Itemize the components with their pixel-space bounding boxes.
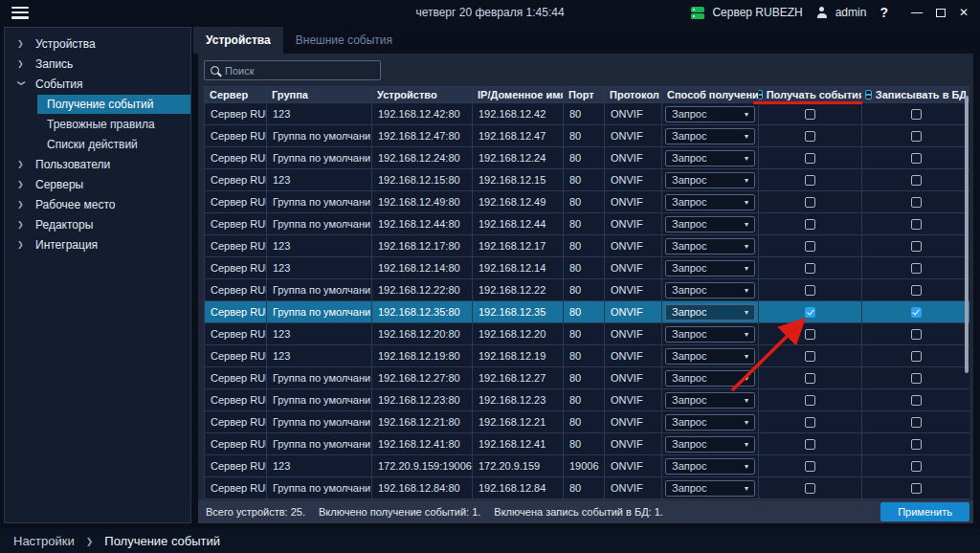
menu-icon[interactable] <box>11 7 29 19</box>
record-db-checkbox[interactable] <box>911 285 922 296</box>
sidebar-item-editors[interactable]: ❯ Редакторы <box>5 214 190 234</box>
sidebar-item-workplace[interactable]: ❯ Рабочее место <box>5 194 190 214</box>
record-db-checkbox[interactable] <box>911 483 922 494</box>
minimize-icon[interactable]: — <box>911 7 923 18</box>
sidebar-item-integration[interactable]: ❯ Интеграция <box>5 234 190 254</box>
receive-events-checkbox[interactable] <box>805 307 815 318</box>
record-db-checkbox[interactable] <box>911 241 922 252</box>
record-db-checkbox[interactable] <box>911 417 922 428</box>
method-dropdown[interactable]: Запрос ▾ <box>665 238 755 254</box>
record-db-checkbox[interactable] <box>911 197 922 208</box>
method-dropdown[interactable]: Запрос ▾ <box>665 480 755 497</box>
col-header-port[interactable]: Порт <box>564 87 605 103</box>
method-dropdown[interactable]: Запрос ▾ <box>665 260 755 276</box>
record-db-checkbox[interactable] <box>911 329 922 340</box>
close-icon[interactable]: ✕ <box>959 7 969 18</box>
receive-events-checkbox[interactable] <box>805 109 815 120</box>
table-row[interactable]: Сервер RUB… 123 192.168.12.14:80 192.168… <box>205 257 970 279</box>
table-row[interactable]: Сервер RUB… 123 192.168.12.20:80 192.168… <box>205 323 970 345</box>
col-header-device[interactable]: Устройство <box>372 87 473 103</box>
record-db-checkbox[interactable] <box>911 131 922 142</box>
receive-events-checkbox[interactable] <box>805 395 815 406</box>
tab-devices[interactable]: Устройства <box>193 27 283 54</box>
receive-events-checkbox[interactable] <box>805 263 815 274</box>
record-db-checkbox[interactable] <box>911 461 922 472</box>
method-dropdown[interactable]: Запрос ▾ <box>665 216 755 232</box>
select-all-receive-checkbox[interactable] <box>759 90 763 100</box>
record-db-checkbox[interactable] <box>911 263 922 274</box>
col-header-server[interactable]: Сервер <box>205 87 267 103</box>
search-input[interactable] <box>225 65 374 77</box>
col-header-method[interactable]: Способ получения <box>662 87 759 103</box>
record-db-checkbox[interactable] <box>911 351 922 362</box>
method-dropdown[interactable]: Запрос ▾ <box>665 194 755 210</box>
method-dropdown[interactable]: Запрос ▾ <box>665 392 755 409</box>
method-dropdown[interactable]: Запрос ▾ <box>665 304 755 321</box>
table-row[interactable]: Сервер RUB… Группа по умолчани… 192.168.… <box>205 389 970 411</box>
sidebar-item-events[interactable]: ❯ События <box>5 74 190 94</box>
table-row[interactable]: Сервер RUB… 123 192.168.12.17:80 192.168… <box>205 235 970 257</box>
table-scrollbar-thumb[interactable] <box>965 96 969 373</box>
method-dropdown[interactable]: Запрос ▾ <box>665 414 755 431</box>
method-dropdown[interactable]: Запрос ▾ <box>665 172 755 188</box>
table-row[interactable]: Сервер RUB… Группа по умолчани… 192.168.… <box>205 411 970 433</box>
receive-events-checkbox[interactable] <box>805 351 815 362</box>
receive-events-checkbox[interactable] <box>805 417 815 428</box>
sidebar-item-users[interactable]: ❯ Пользователи <box>5 154 190 174</box>
record-db-checkbox[interactable] <box>911 219 922 230</box>
method-dropdown[interactable]: Запрос ▾ <box>665 282 755 299</box>
table-row[interactable]: Сервер RUB… 123 172.20.9.159:19006 172.2… <box>205 455 970 477</box>
record-db-checkbox[interactable] <box>911 373 922 384</box>
table-row[interactable]: Сервер RUB… Группа по умолчани… 192.168.… <box>205 213 970 235</box>
table-row[interactable]: Сервер RUB… Группа по умолчани… 192.168.… <box>205 367 970 389</box>
receive-events-checkbox[interactable] <box>805 197 815 208</box>
sidebar-item-receive-events[interactable]: Получение событий <box>37 95 190 114</box>
table-row[interactable]: Сервер RUB… Группа по умолчани… 192.168.… <box>205 147 970 169</box>
maximize-icon[interactable] <box>936 9 946 17</box>
sidebar-item-action-lists[interactable]: Списки действий <box>37 135 190 154</box>
method-dropdown[interactable]: Запрос ▾ <box>665 458 755 475</box>
receive-events-checkbox[interactable] <box>805 131 815 142</box>
record-db-checkbox[interactable] <box>911 153 922 164</box>
sidebar-item-alarm-rules[interactable]: Тревожные правила <box>37 115 190 134</box>
apply-button[interactable]: Применить <box>880 502 969 521</box>
col-header-protocol[interactable]: Протокол <box>605 87 662 103</box>
breadcrumb-root[interactable]: Настройки <box>13 534 75 548</box>
receive-events-checkbox[interactable] <box>805 439 815 450</box>
table-row[interactable]: Сервер RUB… Группа по умолчани… 192.168.… <box>205 125 970 147</box>
sidebar-item-recording[interactable]: ❯ Запись <box>5 54 190 74</box>
sidebar-item-devices[interactable]: ❯ Устройства <box>5 33 190 54</box>
receive-events-checkbox[interactable] <box>805 285 815 296</box>
method-dropdown[interactable]: Запрос ▾ <box>665 436 755 453</box>
receive-events-checkbox[interactable] <box>805 153 815 164</box>
method-dropdown[interactable]: Запрос ▾ <box>665 348 755 365</box>
search-box[interactable] <box>204 60 381 80</box>
receive-events-checkbox[interactable] <box>805 373 815 384</box>
table-row[interactable]: Сервер RUB… 123 192.168.12.42:80 192.168… <box>205 103 970 125</box>
record-db-checkbox[interactable] <box>911 109 922 120</box>
method-dropdown[interactable]: Запрос ▾ <box>665 370 755 387</box>
select-all-record-checkbox[interactable] <box>865 90 872 100</box>
tab-external-events[interactable]: Внешние события <box>283 27 405 54</box>
receive-events-checkbox[interactable] <box>805 329 815 340</box>
table-row[interactable]: Сервер RUB… 123 192.168.12.15:80 192.168… <box>205 169 970 191</box>
method-dropdown[interactable]: Запрос ▾ <box>665 326 755 343</box>
method-dropdown[interactable]: Запрос ▾ <box>665 150 755 166</box>
record-db-checkbox[interactable] <box>911 175 922 186</box>
sidebar-item-servers[interactable]: ❯ Серверы <box>5 174 190 194</box>
record-db-checkbox[interactable] <box>911 439 922 450</box>
table-row[interactable]: Сервер RUB… Группа по умолчани… 192.168.… <box>205 301 970 323</box>
table-row[interactable]: Сервер RUB… Группа по умолчани… 192.168.… <box>205 279 970 301</box>
record-db-checkbox[interactable] <box>911 307 922 318</box>
method-dropdown[interactable]: Запрос ▾ <box>665 106 755 122</box>
col-header-ip[interactable]: IP/Доменное имя <box>473 87 564 103</box>
receive-events-checkbox[interactable] <box>805 219 815 230</box>
table-row[interactable]: Сервер RUB… 123 192.168.12.19:80 192.168… <box>205 345 970 367</box>
table-row[interactable]: Сервер RUB… Группа по умолчани… 192.168.… <box>205 191 970 213</box>
table-row[interactable]: Сервер RUB… Группа по умолчани… 192.168.… <box>205 477 970 499</box>
receive-events-checkbox[interactable] <box>805 461 815 472</box>
method-dropdown[interactable]: Запрос ▾ <box>665 128 755 144</box>
col-header-group[interactable]: Группа <box>267 87 372 103</box>
receive-events-checkbox[interactable] <box>805 483 815 494</box>
receive-events-checkbox[interactable] <box>805 175 815 186</box>
